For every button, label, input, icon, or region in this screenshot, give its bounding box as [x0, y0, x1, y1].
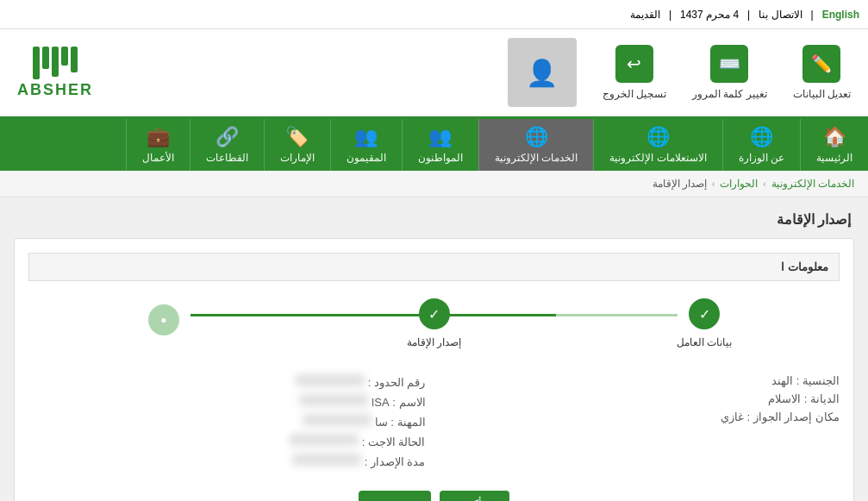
border-number-value	[296, 374, 365, 386]
passport-place-sep: :	[744, 410, 750, 423]
status-value	[290, 434, 359, 446]
contact-link[interactable]: الاتصال بنا	[759, 9, 802, 21]
user-photo: 👤	[508, 38, 577, 107]
profession-label: المهنة	[397, 416, 426, 429]
breadcrumb-current: إصدار الإقامة	[653, 178, 707, 190]
step-worker: ✓ بيانات العامل	[569, 298, 840, 348]
section-header: معلومات ا	[28, 253, 840, 281]
confirm-button[interactable]: تأكيد	[440, 491, 509, 501]
nav-inquiries-label: الاستعلامات الإلكترونية	[609, 152, 706, 164]
info-section: الجنسية : الهند الديانة : الاسلام مكان إ…	[28, 374, 840, 473]
page-title: إصدار الإقامة	[14, 211, 854, 228]
nav-residents[interactable]: 👥 المقيمون	[330, 119, 402, 171]
breadcrumb-dialogues[interactable]: الحوارات	[720, 178, 758, 190]
bar1	[71, 47, 78, 72]
nationality-label: الجنسية	[802, 374, 840, 387]
nav-home-label: الرئيسية	[816, 152, 852, 164]
bar5	[33, 47, 40, 79]
duration-row: مدة الإصدار :	[28, 454, 426, 468]
home-icon: 🏠	[823, 126, 846, 148]
inquiries-icon: 🌐	[646, 126, 670, 148]
logout-icon: ↩	[615, 45, 653, 83]
main-content: إصدار الإقامة معلومات ا ● ✓ إصدار الإقام…	[0, 197, 868, 501]
status-label: الحالة الاجت	[368, 435, 426, 448]
logout-button[interactable]: ↩ تسجيل الخروج	[603, 45, 666, 100]
business-icon: 💼	[147, 126, 170, 148]
absher-logo: ABSHER	[17, 47, 93, 99]
step-worker-label: بيانات العامل	[677, 336, 732, 348]
ministry-icon: 🌐	[750, 126, 773, 148]
border-number-row: رقم الحدود :	[28, 374, 426, 389]
passport-place-row: مكان إصدار الجواز : غازي	[443, 410, 840, 423]
sectors-icon: 🔗	[215, 126, 239, 148]
profession-value: سا	[375, 416, 388, 429]
step-iqama-circle: ✓	[419, 298, 450, 329]
name-value	[299, 394, 368, 406]
religion-label: الديانة	[810, 392, 840, 405]
top-bar: English | الاتصال بنا | 4 محرم 1437 | ال…	[0, 0, 868, 29]
nav-eservices-label: الخدمات الإلكترونية	[495, 152, 578, 164]
edit-data-icon: ✏️	[802, 45, 840, 83]
religion-value: الاسلام	[768, 392, 801, 405]
citizens-icon: 👥	[428, 126, 452, 148]
nav-residents-label: المقيمون	[347, 152, 386, 164]
nav-business[interactable]: 💼 الأعمال	[126, 119, 190, 171]
step-3: ●	[28, 304, 299, 342]
section-title: معلومات ا	[781, 260, 828, 273]
nav-citizens-label: المواطنون	[418, 152, 463, 164]
residents-icon: 👥	[354, 126, 378, 148]
edit-data-label: تعديل البيانات	[793, 88, 851, 100]
nav-sectors[interactable]: 🔗 القطاعات	[190, 119, 264, 171]
religion-sep: :	[801, 392, 807, 405]
logout-label: تسجيل الخروج	[603, 88, 666, 100]
step-worker-circle: ✓	[689, 298, 720, 329]
name-label: الاسم	[399, 396, 426, 409]
nav-inquiries[interactable]: 🌐 الاستعلامات الإلكترونية	[593, 119, 721, 171]
top-bar-left: English | الاتصال بنا | 4 محرم 1437 | ال…	[630, 9, 859, 21]
duration-value	[292, 454, 361, 466]
eservices-icon: 🌐	[525, 126, 548, 148]
breadcrumb-eservices[interactable]: الخدمات الإلكترونية	[771, 178, 854, 190]
name-prefix: ISA	[372, 396, 390, 409]
header-actions: ✏️ تعديل البيانات ⌨️ تغيير كلمة المرور ↩…	[508, 38, 851, 107]
logo-area: ABSHER	[17, 47, 93, 99]
breadcrumb: الخدمات الإلكترونية › الحوارات › إصدار ا…	[0, 171, 868, 197]
nav-ministry-label: عن الوزارة	[739, 152, 784, 164]
nav-ministry[interactable]: 🌐 عن الوزارة	[722, 119, 800, 171]
step3-circle: ●	[148, 304, 179, 335]
button-row: تأكيد عودة	[28, 491, 840, 501]
bar2	[61, 47, 68, 66]
passport-place-value: غازي	[721, 410, 744, 423]
nav-home[interactable]: 🏠 الرئيسية	[800, 119, 868, 171]
back-button[interactable]: عودة	[359, 491, 431, 501]
nav-emirates[interactable]: 🏷️ الإمارات	[264, 119, 330, 171]
duration-label: مدة الإصدار	[371, 455, 426, 468]
main-card: معلومات ا ● ✓ إصدار الإقامة ✓ بيانات الع…	[14, 238, 854, 501]
edit-data-button[interactable]: ✏️ تعديل البيانات	[793, 45, 851, 100]
absher-text: ABSHER	[17, 81, 93, 99]
nav-sectors-label: القطاعات	[206, 152, 248, 164]
nationality-row: الجنسية : الهند	[443, 374, 840, 387]
absher-bars	[33, 47, 78, 79]
profession-row: المهنة : سا	[28, 414, 426, 429]
step-iqama-label: إصدار الإقامة	[407, 336, 461, 348]
passport-place-label: مكان إصدار الجواز	[753, 410, 840, 423]
bar3	[52, 47, 59, 77]
name-row: الاسم : ISA	[28, 394, 426, 409]
profession-blurred	[303, 414, 372, 426]
bar4	[42, 47, 49, 69]
nav-eservices[interactable]: 🌐 الخدمات الإلكترونية	[478, 119, 593, 171]
religion-row: الديانة : الاسلام	[443, 392, 840, 405]
nav-emirates-label: الإمارات	[280, 152, 315, 164]
status-row: الحالة الاجت :	[28, 434, 426, 448]
old-link[interactable]: القديمة	[630, 9, 660, 21]
english-link[interactable]: English	[822, 9, 859, 21]
change-password-icon: ⌨️	[710, 45, 748, 83]
emirates-icon: 🏷️	[285, 126, 309, 148]
change-password-button[interactable]: ⌨️ تغيير كلمة المرور	[692, 45, 767, 100]
date-label: 4 محرم 1437	[680, 9, 739, 21]
nav-citizens[interactable]: 👥 المواطنون	[402, 119, 478, 171]
nationality-sep: :	[793, 374, 799, 387]
border-number-label: رقم الحدود	[374, 376, 426, 389]
info-right-column: رقم الحدود : الاسم : ISA المهنة : سا	[28, 374, 426, 473]
